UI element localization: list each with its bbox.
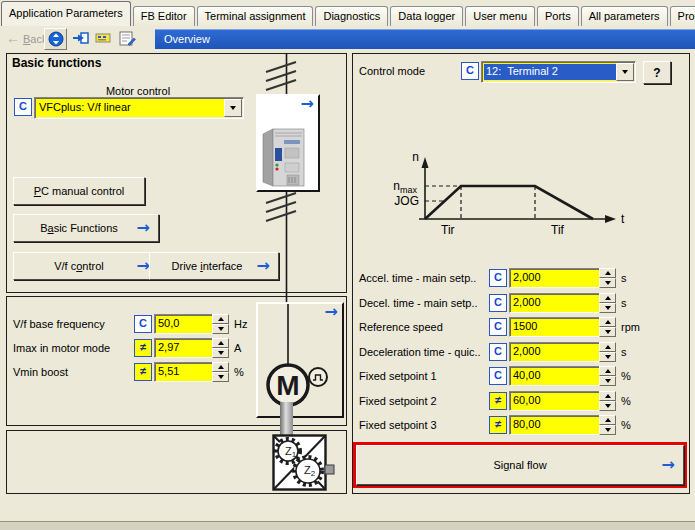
param-input[interactable]: 2,000 xyxy=(509,268,601,288)
application-window: Application Parameters FB Editor Termina… xyxy=(0,0,695,530)
help-button[interactable]: ? xyxy=(643,61,671,84)
drive-interface-button[interactable]: Drive interface → xyxy=(149,252,279,280)
param-stepper[interactable] xyxy=(599,391,616,411)
motor-letter: M xyxy=(276,370,299,401)
param-label: Accel. time - main setp.. xyxy=(359,268,476,288)
param-stepper[interactable] xyxy=(599,342,616,362)
param-stepper[interactable] xyxy=(599,293,616,313)
panel-heading: Basic functions xyxy=(12,56,101,70)
tab-all-parameters[interactable]: All parameters xyxy=(581,6,668,26)
toolbar: ←Back xyxy=(0,26,695,50)
parameter-set-icon xyxy=(95,31,113,45)
param-input[interactable]: 2,97 xyxy=(154,338,214,358)
arrow-right-icon: → xyxy=(662,457,675,473)
param-stepper[interactable] xyxy=(599,415,616,435)
back-button[interactable]: ←Back xyxy=(6,29,47,48)
param-label: Vmin boost xyxy=(13,362,68,382)
param-input[interactable]: 1500 xyxy=(509,317,601,337)
motor-hotspot[interactable]: → M xyxy=(256,302,344,418)
param-stepper[interactable] xyxy=(599,317,616,337)
param-input[interactable]: 50,0 xyxy=(154,314,214,334)
param-input[interactable]: 60,00 xyxy=(509,391,601,411)
tab-terminal-assignment[interactable]: Terminal assignment xyxy=(197,6,314,26)
properties-icon xyxy=(118,30,136,47)
param-flag[interactable]: C xyxy=(489,318,507,336)
gearbox-symbol[interactable]: Z1 Z2 xyxy=(272,434,336,491)
tab-application-parameters[interactable]: Application Parameters xyxy=(1,1,131,26)
param-flag[interactable]: ≠ xyxy=(134,363,152,381)
navigate-orb-button[interactable] xyxy=(44,28,67,50)
control-mode-value: 12: Terminal 2 xyxy=(483,63,618,81)
param-stepper[interactable] xyxy=(212,338,229,358)
ramp-diagram: n nmax JOG Tir Tif t xyxy=(373,150,663,252)
param-stepper[interactable] xyxy=(212,362,229,382)
tir-label: Tir xyxy=(441,223,455,237)
param-unit: % xyxy=(621,391,631,411)
nmax-label: nmax xyxy=(393,179,417,195)
param-unit: rpm xyxy=(621,317,640,337)
param-input[interactable]: 5,51 xyxy=(154,362,214,382)
control-mode-dropdown[interactable]: 12: Terminal 2 xyxy=(481,61,636,83)
tab-properties[interactable]: Properties xyxy=(670,6,695,26)
motor-symbol: M xyxy=(258,304,338,412)
drive-hotspot[interactable]: → xyxy=(256,94,320,192)
setpoint-panel: Control mode C 12: Terminal 2 ? n nmax xyxy=(352,53,690,494)
motor-control-dropdown[interactable]: VFCplus: V/f linear xyxy=(34,97,244,119)
dropdown-arrow-icon[interactable] xyxy=(616,63,634,81)
control-mode-flag[interactable]: C xyxy=(461,62,479,80)
param-stepper[interactable] xyxy=(212,314,229,334)
page-title: Overview xyxy=(164,33,210,45)
param-label: V/f base frequency xyxy=(13,314,105,334)
tab-user-menu[interactable]: User menu xyxy=(465,6,535,26)
param-label: Fixed setpoint 3 xyxy=(359,415,437,435)
param-flag[interactable]: ≠ xyxy=(134,339,152,357)
arrow-right-icon: → xyxy=(301,96,314,112)
motor-control-code-flag[interactable]: C xyxy=(14,98,32,116)
param-flag[interactable]: ≠ xyxy=(489,416,507,434)
signal-flow-button[interactable]: Signal flow → xyxy=(356,445,684,485)
param-label: Imax in motor mode xyxy=(13,338,110,358)
param-label: Decel. time - main setp.. xyxy=(359,293,478,313)
basic-functions-button[interactable]: Basic Functions → xyxy=(13,214,159,242)
tab-ports[interactable]: Ports xyxy=(537,6,579,26)
param-stepper[interactable] xyxy=(599,366,616,386)
param-flag[interactable]: ≠ xyxy=(489,392,507,410)
inverter-device-image xyxy=(260,123,310,189)
pc-manual-control-button[interactable]: PC manual control xyxy=(13,177,145,205)
param-unit: Hz xyxy=(234,314,247,334)
param-input[interactable]: 80,00 xyxy=(509,415,601,435)
param-input[interactable]: 2,000 xyxy=(509,293,601,313)
param-flag[interactable]: C xyxy=(489,367,507,385)
param-flag[interactable]: C xyxy=(489,269,507,287)
dropdown-arrow-icon[interactable] xyxy=(224,99,242,117)
goto-button[interactable] xyxy=(70,28,91,48)
param-label: Deceleration time - quic.. xyxy=(359,342,481,362)
param-input[interactable]: 2,000 xyxy=(509,342,601,362)
status-strip xyxy=(0,521,695,530)
param-flag[interactable]: C xyxy=(134,315,152,333)
param-label: Reference speed xyxy=(359,317,443,337)
properties-button[interactable] xyxy=(116,28,137,48)
param-label: Fixed setpoint 2 xyxy=(359,391,437,411)
param-flag[interactable]: C xyxy=(489,294,507,312)
tab-fb-editor[interactable]: FB Editor xyxy=(133,6,195,26)
param-stepper[interactable] xyxy=(599,268,616,288)
param-flag[interactable]: C xyxy=(489,343,507,361)
tab-data-logger[interactable]: Data logger xyxy=(390,6,463,26)
param-unit: A xyxy=(234,338,241,358)
jog-label: JOG xyxy=(394,194,419,208)
param-input[interactable]: 40,00 xyxy=(509,366,601,386)
goto-icon xyxy=(72,30,90,46)
param-unit: % xyxy=(621,415,631,435)
parameter-set-button[interactable] xyxy=(93,28,114,48)
param-unit: % xyxy=(621,366,631,386)
vf-control-button[interactable]: V/f control → xyxy=(13,252,159,280)
tab-bar: Application Parameters FB Editor Termina… xyxy=(0,0,695,26)
signal-flow-highlight: Signal flow → xyxy=(353,442,687,488)
arrow-right-icon: → xyxy=(137,220,150,236)
control-mode-label: Control mode xyxy=(359,61,425,81)
tab-diagnostics[interactable]: Diagnostics xyxy=(315,6,388,26)
param-unit: s xyxy=(621,342,627,362)
arrow-right-icon: → xyxy=(137,258,150,274)
motor-control-value: VFCplus: V/f linear xyxy=(36,99,226,117)
